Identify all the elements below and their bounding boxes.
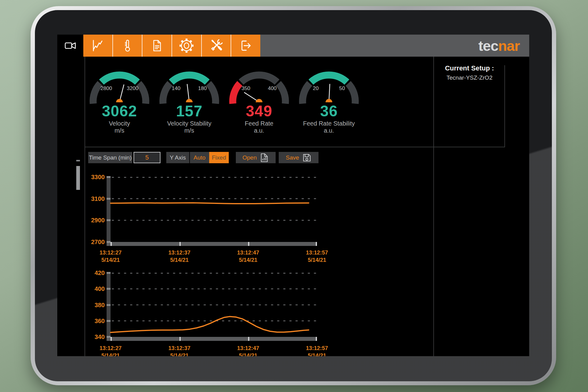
feed-rate-chart: 34036038040042013:12:275/14/2113:12:375/… bbox=[57, 35, 529, 356]
x-tick-time: 13:12:47 bbox=[228, 345, 268, 352]
y-axis-bar bbox=[107, 273, 111, 341]
y-tick-label: 420 bbox=[77, 269, 105, 277]
background: tecnar Current Setup : Tecnar-YSZ-ZrO2 2… bbox=[0, 0, 588, 392]
x-axis-tick bbox=[179, 337, 181, 341]
x-tick-time: 13:12:57 bbox=[297, 345, 337, 352]
x-tick-date: 5/14/21 bbox=[297, 352, 337, 356]
chart-plot-area bbox=[111, 273, 317, 337]
x-axis-tick bbox=[316, 337, 317, 341]
x-tick-label: 13:12:575/14/21 bbox=[297, 345, 337, 356]
y-axis-notch bbox=[107, 288, 111, 290]
x-axis-tick bbox=[248, 337, 249, 341]
x-axis-bar bbox=[107, 337, 317, 341]
y-tick-label: 340 bbox=[77, 333, 105, 341]
x-tick-date: 5/14/21 bbox=[159, 352, 200, 356]
data-line bbox=[111, 317, 309, 333]
x-tick-time: 13:12:27 bbox=[90, 345, 131, 352]
app-screen: tecnar Current Setup : Tecnar-YSZ-ZrO2 2… bbox=[57, 35, 529, 356]
y-axis-notch bbox=[107, 320, 111, 322]
y-tick-label: 360 bbox=[77, 317, 105, 325]
x-tick-label: 13:12:375/14/21 bbox=[159, 345, 200, 356]
y-axis-notch bbox=[107, 336, 111, 338]
x-tick-label: 13:12:475/14/21 bbox=[228, 345, 268, 356]
x-tick-label: 13:12:275/14/21 bbox=[90, 345, 131, 356]
x-tick-date: 5/14/21 bbox=[228, 352, 268, 356]
x-tick-date: 5/14/21 bbox=[90, 352, 131, 356]
y-axis-notch bbox=[107, 272, 111, 274]
y-axis-notch bbox=[107, 304, 111, 306]
y-tick-label: 400 bbox=[77, 285, 105, 292]
y-tick-label: 380 bbox=[77, 301, 105, 309]
x-tick-time: 13:12:37 bbox=[159, 345, 200, 352]
x-axis-tick bbox=[111, 337, 112, 341]
